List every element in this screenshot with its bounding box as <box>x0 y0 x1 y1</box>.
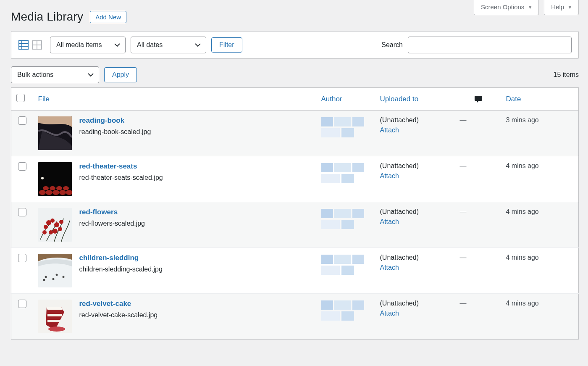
media-thumbnail[interactable] <box>38 162 72 196</box>
row-checkbox[interactable] <box>18 300 26 308</box>
media-filename: children-sledding-scaled.jpg <box>79 266 163 273</box>
attach-link[interactable]: Attach <box>380 172 450 180</box>
table-row: red-flowers red-flowers-scaled.jpg (Unat… <box>11 202 579 248</box>
svg-rect-0 <box>19 41 28 49</box>
media-thumbnail[interactable] <box>38 208 72 242</box>
media-date: 3 mins ago <box>501 111 579 156</box>
chevron-down-icon <box>114 43 120 47</box>
media-title-link[interactable]: red-flowers <box>79 208 145 216</box>
bulk-actions-value: Bulk actions <box>17 71 53 79</box>
media-type-value: All media items <box>56 41 102 49</box>
table-row: reading-book reading-book-scaled.jpg (Un… <box>11 111 579 156</box>
uploaded-to-status: (Unattached) <box>380 116 450 124</box>
help-label: Help <box>551 3 564 11</box>
search-label: Search <box>381 41 403 49</box>
screen-options-tab[interactable]: Screen Options ▼ <box>474 0 539 15</box>
comments-count: — <box>455 202 501 248</box>
apply-button[interactable]: Apply <box>104 67 137 82</box>
comments-count: — <box>455 294 501 340</box>
screen-options-label: Screen Options <box>481 3 524 11</box>
media-filename: red-theater-seats-scaled.jpg <box>79 174 163 182</box>
chevron-down-icon: ▼ <box>567 4 572 10</box>
column-header-author[interactable]: Author <box>316 88 375 111</box>
media-filename: reading-book-scaled.jpg <box>79 128 151 136</box>
items-count: 15 items <box>554 71 579 79</box>
media-table: File Author Uploaded to Date <box>11 87 579 340</box>
author-redacted <box>321 208 368 230</box>
bulk-actions-select[interactable]: Bulk actions <box>11 66 99 83</box>
row-checkbox[interactable] <box>18 254 26 262</box>
attach-link[interactable]: Attach <box>380 218 450 226</box>
table-row: red-velvet-cake red-velvet-cake-scaled.j… <box>11 294 579 340</box>
chevron-down-icon <box>88 73 94 77</box>
media-thumbnail[interactable] <box>38 116 72 150</box>
column-header-file[interactable]: File <box>33 88 316 111</box>
search-input[interactable] <box>408 37 572 53</box>
author-redacted <box>321 254 368 276</box>
author-redacted <box>321 162 368 184</box>
media-date: 4 mins ago <box>501 202 579 248</box>
media-date: 4 mins ago <box>501 156 579 202</box>
help-tab[interactable]: Help ▼ <box>544 0 579 15</box>
comments-count: — <box>455 111 501 156</box>
column-header-uploaded[interactable]: Uploaded to <box>375 88 455 111</box>
author-redacted <box>321 300 368 321</box>
media-date: 4 mins ago <box>501 294 579 340</box>
filter-toolbar: All media items All dates Filter Search <box>11 31 579 59</box>
filter-button[interactable]: Filter <box>211 37 242 53</box>
media-title-link[interactable]: reading-book <box>79 116 151 125</box>
table-row: children-sledding children-sledding-scal… <box>11 248 579 294</box>
media-thumbnail[interactable] <box>38 300 72 333</box>
row-checkbox[interactable] <box>18 116 26 125</box>
attach-link[interactable]: Attach <box>380 310 450 317</box>
attach-link[interactable]: Attach <box>380 264 450 271</box>
media-title-link[interactable]: red-velvet-cake <box>79 300 158 308</box>
uploaded-to-status: (Unattached) <box>380 300 450 307</box>
chevron-down-icon <box>195 43 201 47</box>
date-filter-value: All dates <box>137 41 163 49</box>
list-view-icon <box>18 40 29 50</box>
page-title: Media Library <box>11 10 83 24</box>
uploaded-to-status: (Unattached) <box>380 254 450 261</box>
chevron-down-icon: ▼ <box>528 4 533 10</box>
grid-view-icon <box>32 40 42 50</box>
media-thumbnail[interactable] <box>38 254 72 287</box>
comments-count: — <box>455 156 501 202</box>
media-date: 4 mins ago <box>501 248 579 294</box>
media-type-select[interactable]: All media items <box>50 37 126 53</box>
column-header-date[interactable]: Date <box>501 88 579 111</box>
comments-count: — <box>455 248 501 294</box>
attach-link[interactable]: Attach <box>380 126 450 134</box>
view-list-button[interactable] <box>18 40 29 50</box>
media-title-link[interactable]: red-theater-seats <box>79 162 163 171</box>
table-row: red-theater-seats red-theater-seats-scal… <box>11 156 579 202</box>
author-redacted <box>321 116 368 138</box>
date-filter-select[interactable]: All dates <box>131 37 206 53</box>
media-filename: red-velvet-cake-scaled.jpg <box>79 311 158 319</box>
comments-icon <box>460 95 496 103</box>
row-checkbox[interactable] <box>18 162 26 171</box>
media-filename: red-flowers-scaled.jpg <box>79 220 145 227</box>
add-new-button[interactable]: Add New <box>90 11 126 23</box>
row-checkbox[interactable] <box>18 208 26 216</box>
select-all-checkbox[interactable] <box>16 94 25 102</box>
view-grid-button[interactable] <box>32 40 42 50</box>
media-title-link[interactable]: children-sledding <box>79 254 163 262</box>
uploaded-to-status: (Unattached) <box>380 208 450 216</box>
uploaded-to-status: (Unattached) <box>380 162 450 170</box>
